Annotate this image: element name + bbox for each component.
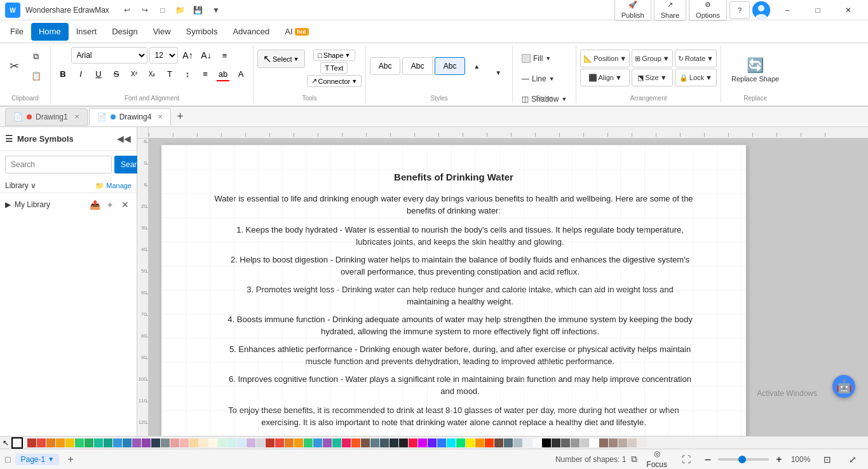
menu-view[interactable]: View — [146, 23, 179, 41]
color-swatch[interactable] — [285, 438, 294, 447]
color-swatch[interactable] — [161, 438, 170, 447]
color-swatch[interactable] — [418, 438, 427, 447]
bot-assistant-btn[interactable]: 🤖 — [832, 375, 855, 398]
color-swatch[interactable] — [313, 438, 322, 447]
bold-btn[interactable]: B — [55, 65, 71, 82]
color-swatch[interactable] — [113, 438, 122, 447]
group-btn[interactable]: ⊞ Group ▼ — [632, 50, 672, 67]
cut-btn[interactable]: ✂ — [4, 57, 25, 75]
color-swatch[interactable] — [409, 438, 417, 447]
color-swatch[interactable] — [142, 438, 151, 447]
strikethrough-btn[interactable]: S — [108, 65, 125, 82]
menu-file[interactable]: File — [3, 23, 31, 41]
menu-home[interactable]: Home — [31, 23, 69, 41]
library-add-btn[interactable]: + — [104, 198, 116, 211]
minimize-btn[interactable]: – — [773, 0, 802, 20]
redo-btn[interactable]: ↪ — [137, 3, 153, 18]
tab-drawing4[interactable]: 📄 Drawing4 ✕ — [89, 108, 172, 126]
options-btn[interactable]: ⚙Options — [689, 0, 727, 21]
rotate-btn[interactable]: ↻ Rotate ▼ — [675, 50, 717, 67]
superscript-btn[interactable]: X² — [126, 65, 142, 82]
font-decrease-btn[interactable]: A↓ — [198, 47, 215, 64]
styles-scroll-up[interactable]: ▲ — [466, 57, 487, 75]
subscript-btn[interactable]: X₂ — [144, 65, 160, 82]
line-btn[interactable]: — Line ▼ — [519, 70, 557, 88]
select-tool-group[interactable]: ↖ Select ▼ — [257, 50, 305, 68]
zoom-slider[interactable] — [718, 458, 769, 461]
fit-page-btn[interactable]: ⊡ — [817, 451, 837, 468]
line-spacing-btn[interactable]: ↕ — [179, 65, 196, 82]
zoom-out-btn[interactable]: – — [702, 453, 714, 466]
color-swatch[interactable] — [485, 438, 494, 447]
color-swatch[interactable] — [104, 438, 112, 447]
undo-btn[interactable]: ↩ — [119, 3, 135, 18]
open-btn[interactable]: 📁 — [173, 3, 188, 18]
color-swatch[interactable] — [437, 438, 446, 447]
font-color-btn[interactable]: ab — [215, 65, 231, 82]
library-remove-btn[interactable]: ✕ — [119, 198, 132, 211]
color-swatch[interactable] — [494, 438, 503, 447]
style-btn-2[interactable]: Abc — [402, 57, 433, 75]
color-swatch[interactable] — [361, 438, 370, 447]
color-swatch[interactable] — [266, 438, 275, 447]
color-swatch[interactable] — [132, 438, 141, 447]
color-swatch[interactable] — [580, 438, 589, 447]
color-swatch[interactable] — [342, 438, 351, 447]
color-swatch[interactable] — [599, 438, 608, 447]
color-swatch[interactable] — [609, 438, 618, 447]
replace-shape-btn[interactable]: 🔄 Replace Shape — [725, 47, 785, 92]
copy-btn[interactable]: ⧉ — [26, 48, 46, 65]
tab-drawing1[interactable]: 📄 Drawing1 ✕ — [5, 108, 88, 126]
focus-mode-btn[interactable]: ◎ Focus — [642, 447, 671, 469]
list-btn[interactable]: ≡ — [197, 65, 214, 82]
search-input[interactable] — [5, 156, 112, 173]
color-swatch[interactable] — [351, 438, 360, 447]
fullscreen-btn[interactable]: ⛶ — [676, 451, 696, 468]
color-swatch[interactable] — [85, 438, 93, 447]
menu-insert[interactable]: Insert — [69, 23, 105, 41]
connector-tool[interactable]: ↗ Connector ▼ — [307, 75, 362, 87]
current-fill-color[interactable] — [11, 437, 23, 449]
new-btn[interactable]: □ — [155, 3, 170, 18]
color-swatch[interactable] — [170, 438, 179, 447]
color-swatch[interactable] — [275, 438, 284, 447]
color-swatch[interactable] — [390, 438, 398, 447]
manage-link[interactable]: 📁 Manage — [95, 182, 132, 190]
color-swatch[interactable] — [466, 438, 475, 447]
menu-advanced[interactable]: Advanced — [225, 23, 277, 41]
color-swatch[interactable] — [199, 438, 208, 447]
canvas[interactable]: Benefits of Drinking Water Water is esse… — [149, 139, 868, 436]
new-tab-btn[interactable]: + — [172, 109, 187, 125]
user-avatar[interactable] — [752, 1, 770, 19]
color-swatch[interactable] — [256, 438, 265, 447]
color-swatch[interactable] — [294, 438, 303, 447]
menu-ai[interactable]: AI hot — [277, 23, 316, 41]
color-swatch[interactable] — [571, 438, 580, 447]
color-swatch[interactable] — [227, 438, 236, 447]
fill-btn[interactable]: Fill ▼ — [519, 50, 553, 67]
color-swatch[interactable] — [304, 438, 313, 447]
my-library-item[interactable]: ▶ My Library 📤 + ✕ — [0, 196, 137, 214]
fullscreen-expand-btn[interactable]: ⤢ — [843, 451, 863, 468]
help-btn[interactable]: ? — [729, 1, 750, 19]
color-swatch[interactable] — [380, 438, 389, 447]
color-swatch[interactable] — [218, 438, 227, 447]
paste-btn[interactable]: 📋 — [26, 67, 46, 85]
color-swatch[interactable] — [37, 438, 46, 447]
text-format-btn[interactable]: T — [161, 65, 178, 82]
color-swatch[interactable] — [247, 438, 255, 447]
color-swatch[interactable] — [456, 438, 465, 447]
page-tab-1[interactable]: Page-1 ▼ — [15, 454, 59, 465]
color-swatch[interactable] — [399, 438, 408, 447]
color-swatch[interactable] — [475, 438, 484, 447]
color-swatch[interactable] — [94, 438, 103, 447]
color-swatch[interactable] — [628, 438, 637, 447]
color-swatch[interactable] — [428, 438, 437, 447]
library-title[interactable]: Library ∨ — [5, 181, 95, 190]
lock-btn[interactable]: 🔒 Lock ▼ — [675, 69, 717, 86]
color-swatch[interactable] — [189, 438, 198, 447]
tab-close-drawing4[interactable]: ✕ — [158, 113, 163, 120]
size-btn[interactable]: ⬔ Size ▼ — [632, 69, 672, 86]
color-swatch[interactable] — [75, 438, 84, 447]
color-swatch[interactable] — [27, 438, 36, 447]
